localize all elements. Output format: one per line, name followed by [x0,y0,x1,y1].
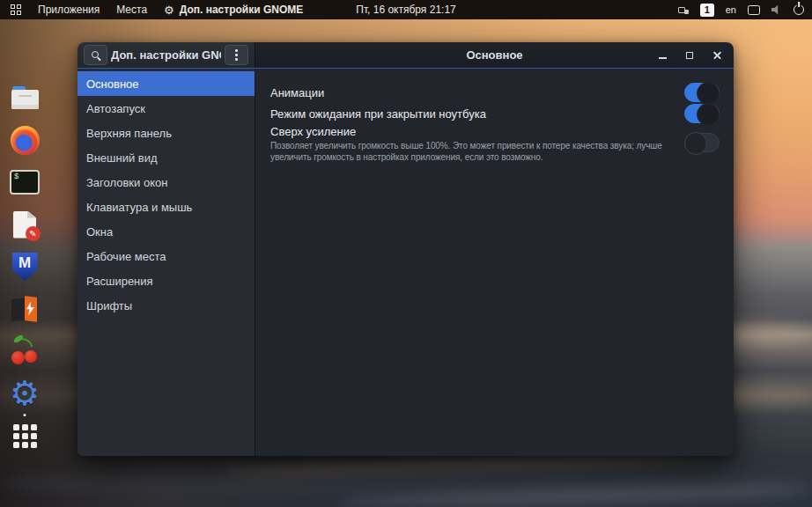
gnome-tweaks-window: Доп. настройки GNOME Основное Основное А… [78,42,734,456]
metasploit-icon: M [12,253,38,282]
sidebar-item[interactable]: Верхняя панель [78,121,255,145]
power-icon[interactable] [794,4,804,15]
top-panel: Приложения Места ⚙ Доп. настройки GNOME … [0,0,812,19]
content-headerbar: Основное [255,42,734,68]
sidebar-item[interactable]: Клавиатура и мышь [78,195,255,219]
menu-button[interactable] [225,45,248,65]
places-menu[interactable]: Места [116,4,147,16]
burpsuite-icon [11,296,39,323]
dock-item-files[interactable] [9,82,41,114]
sidebar-item-label: Верхняя панель [86,127,172,140]
search-button[interactable] [84,45,107,65]
dock-item-firefox[interactable] [9,124,41,156]
files-icon [11,86,39,109]
close-icon [712,50,722,60]
animations-toggle[interactable] [684,83,720,102]
sidebar-item[interactable]: Автозапуск [78,96,255,121]
settings-page: Анимации Режим ожидания при закрытии ноу… [255,69,734,456]
setting-label: Анимации [270,86,324,99]
suspend-on-lid-close-toggle[interactable] [684,104,720,123]
sidebar-item-label: Заголовки окон [86,176,167,189]
sidebar: Основное Автозапуск Верхняя панель Внешн… [78,69,255,456]
sidebar-item-label: Клавиатура и мышь [86,201,192,214]
setting-row-suspend: Режим ожидания при закрытии ноутбука [270,103,720,124]
edit-badge-icon: ✎ [26,226,41,241]
cherrytree-icon [10,336,40,366]
sidebar-item-label: Автозапуск [86,102,145,115]
menu-dots-icon [235,49,238,61]
setting-description: Позволяет увеличить громкость выше 100%.… [270,141,680,163]
show-applications-icon [13,424,37,448]
sidebar-item-label: Окна [86,225,113,239]
text-editor-icon: ✎ [13,211,36,239]
maximize-button[interactable] [683,49,696,62]
overamplification-toggle[interactable] [684,133,720,152]
sidebar-item-label: Шрифты [86,299,132,312]
dock-item-text-editor[interactable]: ✎ [9,209,41,240]
sidebar-item[interactable]: Шрифты [78,293,255,318]
sidebar-item[interactable]: Внешний вид [78,145,255,170]
dock-item-burpsuite[interactable] [9,293,41,325]
firefox-icon [11,126,40,155]
minimize-icon [659,57,667,59]
sidebar-item[interactable]: Заголовки окон [78,170,255,195]
sidebar-item-label: Рабочие места [86,250,166,263]
setting-label: Режим ожидания при закрытии ноутбука [270,107,486,121]
search-icon [92,51,99,58]
dock-item-cherrytree[interactable] [9,335,41,367]
settings-gear-icon: ⚙ [10,378,40,408]
sidebar-item[interactable]: Расширения [78,268,255,293]
focused-app-name: Доп. настройки GNOME [180,4,304,16]
sidebar-item[interactable]: Окна [78,219,255,244]
minimize-button[interactable] [656,49,668,62]
terminal-icon: $ [10,170,40,195]
desktop: Приложения Места ⚙ Доп. настройки GNOME … [0,0,812,507]
volume-muted-icon[interactable] [771,4,782,15]
setting-row-animations: Анимации [270,82,720,103]
titlebar[interactable]: Доп. настройки GNOME Основное [78,42,734,69]
setting-row-overamplification: Сверх усиление Позволяет увеличить громк… [270,125,720,163]
dock-item-terminal[interactable]: $ [9,166,41,198]
sidebar-item-label: Основное [86,77,139,91]
tweaks-gear-icon: ⚙ [164,4,174,16]
applications-menu[interactable]: Приложения [38,4,100,16]
dock-item-settings[interactable]: ⚙ [9,378,41,409]
sidebar-headerbar: Доп. настройки GNOME [78,42,255,68]
display-icon[interactable] [748,5,760,15]
running-indicator-dot [24,414,26,416]
close-button[interactable] [711,49,723,62]
sidebar-item-label: Расширения [86,275,153,288]
dock: $ ✎ M ⚙ [7,82,42,452]
sidebar-item[interactable]: Рабочие места [78,244,255,268]
workspace-indicator[interactable]: 1 [700,4,714,17]
sidebar-item[interactable]: Основное [78,71,255,96]
dock-item-show-applications[interactable] [9,420,41,452]
window-title: Доп. настройки GNOME [111,48,221,62]
activities-grid-icon[interactable] [11,4,21,15]
keyboard-layout-indicator[interactable]: en [726,4,736,15]
maximize-icon [686,52,693,59]
clock-menu[interactable]: Пт, 16 октября 21:17 [356,0,455,19]
dock-item-metasploit[interactable]: M [9,251,41,283]
sidebar-item-label: Внешний вид [86,151,158,165]
setting-label: Сверх усиление [270,125,680,139]
focused-app-menu[interactable]: ⚙ Доп. настройки GNOME [164,4,303,16]
remote-desktop-icon[interactable] [678,6,689,14]
